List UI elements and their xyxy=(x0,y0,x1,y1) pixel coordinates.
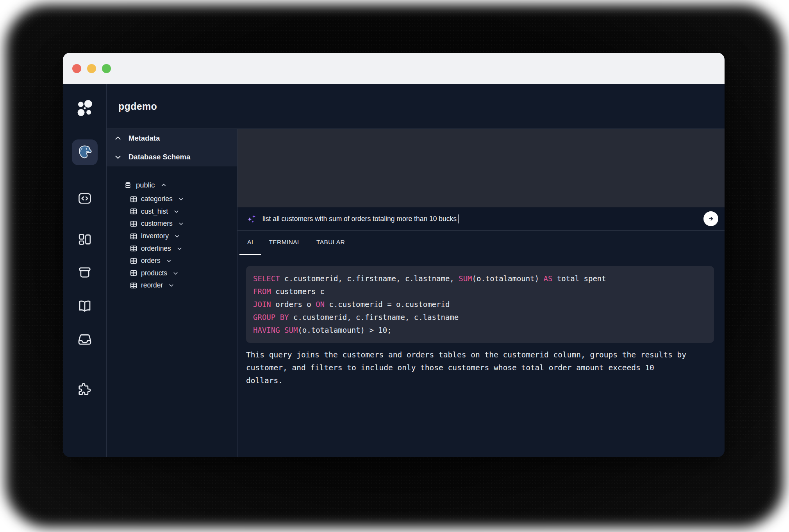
results-placeholder-panel xyxy=(237,129,725,207)
tree-item-table[interactable]: orderlines xyxy=(130,242,237,255)
table-icon xyxy=(130,207,137,215)
chevron-down-icon[interactable] xyxy=(178,196,184,202)
database-icon xyxy=(124,181,132,189)
chevron-up-icon[interactable] xyxy=(114,134,122,142)
sql-code-block: SELECT c.customerid, c.firstname, c.last… xyxy=(246,266,714,343)
chevron-down-icon[interactable] xyxy=(173,209,179,214)
table-icon xyxy=(130,232,137,240)
section-label: Database Schema xyxy=(129,153,190,161)
tab-tabular[interactable]: TABULAR xyxy=(309,230,353,255)
chevron-down-icon[interactable] xyxy=(173,270,179,276)
layout-icon xyxy=(77,232,92,247)
section-database-schema[interactable]: Database Schema xyxy=(107,148,237,166)
tree-item-table[interactable]: categories xyxy=(130,193,237,205)
sparkles-icon xyxy=(247,214,257,224)
text-cursor xyxy=(458,214,459,223)
sidebar-item-archive[interactable] xyxy=(77,265,92,280)
query-explanation: This query joins the customers and order… xyxy=(246,348,695,387)
ai-prompt-bar[interactable]: list all customers with sum of orders to… xyxy=(237,207,725,230)
table-icon xyxy=(130,282,137,289)
tree-item-table[interactable]: products xyxy=(130,267,237,280)
puzzle-icon xyxy=(77,382,92,396)
table-icon xyxy=(130,257,137,265)
tab-terminal[interactable]: TERMINAL xyxy=(261,230,309,255)
sidebar-item-inbox[interactable] xyxy=(77,332,92,347)
sidebar-item-layout[interactable] xyxy=(77,232,92,247)
tree-item-table[interactable]: inventory xyxy=(130,230,237,243)
sidebar-item-code[interactable] xyxy=(77,191,92,206)
chevron-down-icon[interactable] xyxy=(168,282,174,288)
maximize-window-button[interactable] xyxy=(102,64,111,73)
tab-ai[interactable]: AI xyxy=(239,230,261,255)
tree-item-label: orderlines xyxy=(141,245,171,253)
section-label: Metadata xyxy=(129,134,160,143)
tree-item-label: orders xyxy=(141,257,161,265)
page-title: pgdemo xyxy=(118,101,157,112)
sidebar-item-extensions[interactable] xyxy=(77,382,92,396)
schema-sidebar: Metadata Database Schema xyxy=(107,129,237,457)
chevron-down-icon[interactable] xyxy=(178,221,184,227)
inbox-icon xyxy=(77,332,92,347)
section-metadata[interactable]: Metadata xyxy=(107,129,237,148)
tree-item-label: customers xyxy=(141,220,173,228)
book-icon xyxy=(77,298,92,314)
titlebar xyxy=(63,53,725,84)
tree-item-label: products xyxy=(141,269,167,277)
sidebar-item-docs[interactable] xyxy=(77,298,92,314)
ai-output-panel: SELECT c.customerid, c.firstname, c.last… xyxy=(237,255,725,457)
connection-header: pgdemo xyxy=(107,84,725,129)
ai-prompt-input[interactable]: list all customers with sum of orders to… xyxy=(262,215,457,223)
table-icon xyxy=(130,195,137,203)
chevron-down-icon[interactable] xyxy=(177,246,182,252)
table-list: categories xyxy=(124,193,237,292)
minimize-window-button[interactable] xyxy=(87,64,96,73)
table-icon xyxy=(130,269,137,277)
archive-icon xyxy=(77,265,92,280)
close-window-button[interactable] xyxy=(72,64,81,73)
chevron-down-icon[interactable] xyxy=(166,258,172,264)
chevron-up-icon[interactable] xyxy=(161,182,167,188)
tree-item-table[interactable]: reorder xyxy=(130,279,237,292)
tree-item-label: inventory xyxy=(141,232,169,240)
tree-item-label: public xyxy=(136,181,155,189)
tree-item-label: cust_hist xyxy=(141,207,168,216)
submit-prompt-button[interactable] xyxy=(703,211,718,226)
arrow-right-icon xyxy=(707,214,715,223)
table-icon xyxy=(130,245,137,252)
tree-item-table[interactable]: customers xyxy=(130,218,237,230)
tree-item-table[interactable]: orders xyxy=(130,255,237,267)
tree-item-table[interactable]: cust_hist xyxy=(130,205,237,218)
table-icon xyxy=(130,220,137,228)
code-icon xyxy=(79,194,90,204)
tree-item-label: reorder xyxy=(141,281,163,289)
schema-tree: public xyxy=(107,166,237,292)
chevron-down-icon[interactable] xyxy=(114,153,122,161)
icon-rail xyxy=(63,84,107,457)
tree-item-label: categories xyxy=(141,195,173,203)
sidebar-item-postgres-connection[interactable] xyxy=(72,139,98,165)
app-window: pgdemo Metadata xyxy=(63,53,725,457)
app-logo-icon xyxy=(76,100,94,118)
result-tabs: AI TERMINAL TABULAR xyxy=(237,230,725,255)
postgres-elephant-icon xyxy=(76,144,93,161)
tree-item-public-schema[interactable]: public xyxy=(124,178,237,192)
chevron-down-icon[interactable] xyxy=(174,233,180,239)
